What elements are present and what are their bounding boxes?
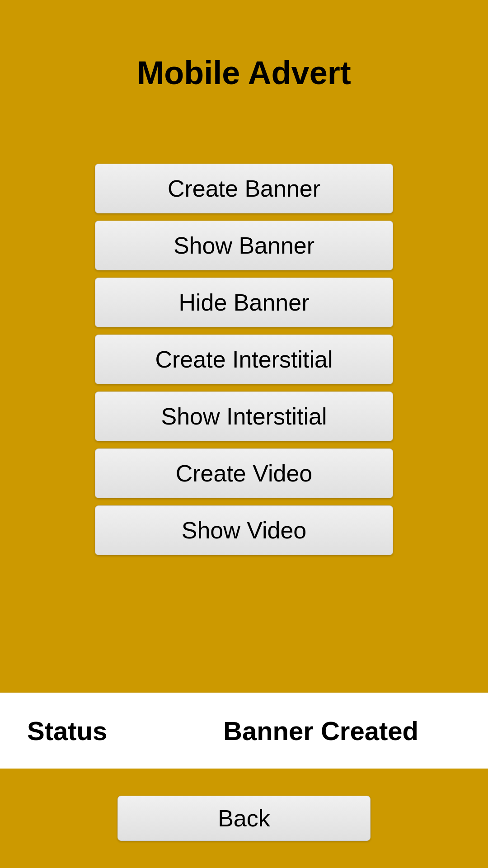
page-title: Mobile Advert (137, 54, 351, 91)
status-value: Banner Created (181, 716, 461, 746)
hide-banner-button[interactable]: Hide Banner (95, 278, 393, 327)
create-video-button[interactable]: Create Video (95, 448, 393, 498)
show-banner-button[interactable]: Show Banner (95, 221, 393, 270)
main-area: Mobile Advert Create Banner Show Banner … (0, 0, 488, 693)
show-video-button[interactable]: Show Video (95, 505, 393, 555)
status-area: Status Banner Created (0, 693, 488, 769)
create-banner-button[interactable]: Create Banner (95, 164, 393, 213)
back-button[interactable]: Back (117, 796, 371, 841)
create-interstitial-button[interactable]: Create Interstitial (95, 335, 393, 384)
buttons-container: Create Banner Show Banner Hide Banner Cr… (0, 164, 488, 555)
status-label: Status (27, 716, 181, 746)
bottom-area: Back (0, 769, 488, 868)
show-interstitial-button[interactable]: Show Interstitial (95, 392, 393, 441)
